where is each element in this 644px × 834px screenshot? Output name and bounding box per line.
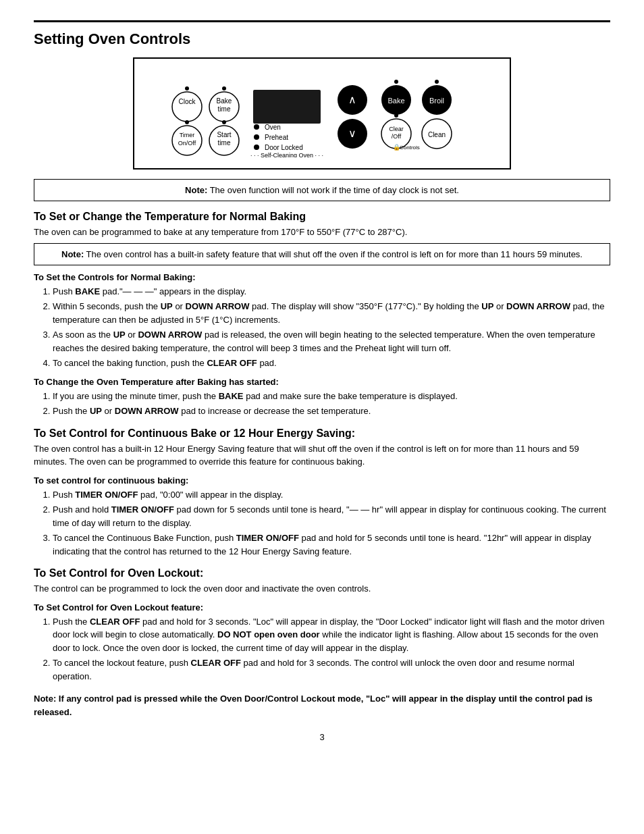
page-title: Setting Oven Controls — [34, 30, 610, 48]
top-rule — [34, 20, 610, 22]
note-label: Note: — [185, 185, 207, 195]
steps-normal-baking: Push BAKE pad."— — —" appears in the dis… — [53, 285, 610, 370]
svg-point-19 — [185, 120, 189, 124]
svg-point-15 — [435, 80, 439, 84]
svg-point-28 — [254, 145, 259, 150]
step-item: Push the CLEAR OFF pad and hold for 3 se… — [53, 615, 610, 655]
svg-point-6 — [222, 86, 226, 90]
svg-text:Bake: Bake — [217, 97, 232, 105]
svg-point-24 — [254, 124, 259, 130]
svg-text:Bake: Bake — [387, 97, 404, 105]
bottom-note: Note: If any control pad is pressed whil… — [34, 692, 610, 719]
sub-note-label: Note: — [61, 249, 84, 259]
sub-note-text: The oven control has a built-in safety f… — [84, 249, 583, 259]
svg-text:Clean: Clean — [428, 131, 446, 138]
svg-point-38 — [394, 113, 398, 118]
step-item: To cancel the baking function, push the … — [53, 357, 610, 370]
sub-heading-change-temp: To Change the Oven Temperature after Bak… — [34, 377, 610, 387]
svg-text:Start: Start — [217, 131, 231, 138]
svg-text:· · · Self-Cleaning Oven · · ·: · · · Self-Cleaning Oven · · · — [250, 152, 323, 157]
svg-text:Oven: Oven — [265, 124, 281, 131]
svg-point-26 — [254, 134, 259, 140]
step-item: To cancel the lockout feature, push CLEA… — [53, 656, 610, 683]
svg-text:∨: ∨ — [348, 128, 356, 139]
svg-text:Preheat: Preheat — [265, 134, 288, 141]
section1-heading: To Set or Change the Temperature for Nor… — [34, 211, 610, 223]
steps-lockout: Push the CLEAR OFF pad and hold for 3 se… — [53, 615, 610, 683]
svg-point-0 — [172, 92, 202, 122]
step-item: Push the UP or DOWN ARROW pad to increas… — [53, 405, 610, 418]
svg-text:Door Locked: Door Locked — [265, 144, 303, 151]
sub-heading-normal-baking: To Set the Controls for Normal Baking: — [34, 272, 610, 282]
step-item: Within 5 seconds, push the UP or DOWN AR… — [53, 300, 610, 326]
top-note-box: Note: The oven function will not work if… — [34, 179, 610, 201]
steps-continuous: Push TIMER ON/OFF pad, "0:00" will appea… — [53, 488, 610, 558]
svg-text:Clear: Clear — [389, 126, 404, 132]
svg-point-2 — [185, 86, 189, 90]
section2-intro: The oven control has a built-in 12 Hour … — [34, 442, 610, 469]
step-item: Push BAKE pad."— — —" appears in the dis… — [53, 285, 610, 298]
section2-heading: To Set Control for Continuous Bake or 12… — [34, 427, 610, 440]
section3-heading: To Set Control for Oven Lockout: — [34, 567, 610, 579]
step-item: As soon as the UP or DOWN ARROW pad is r… — [53, 328, 610, 355]
svg-text:Clock: Clock — [178, 98, 196, 105]
svg-text:time: time — [218, 139, 231, 147]
svg-text:On/Off: On/Off — [178, 140, 196, 147]
steps-change-temp: If you are using the minute timer, push … — [53, 390, 610, 418]
page-number: 3 — [34, 732, 610, 742]
svg-text:Timer: Timer — [180, 132, 195, 138]
section3-intro: The control can be programmed to lock th… — [34, 582, 610, 596]
sub-heading-lockout: To Set Control for Oven Lockout feature: — [34, 602, 610, 613]
svg-text:time: time — [218, 105, 231, 113]
note-text: The oven function will not work if the t… — [207, 185, 459, 195]
svg-rect-7 — [253, 90, 321, 124]
svg-text:Broil: Broil — [429, 97, 444, 105]
svg-point-23 — [222, 120, 226, 124]
oven-diagram-svg: Clock Bake time ∧ Bake Broil Timer On/Of… — [153, 70, 491, 157]
sub-note-box: Note: The oven control has a built-in sa… — [34, 243, 610, 265]
step-item: Push and hold TIMER ON/OFF pad down for … — [53, 503, 610, 529]
svg-text:∧: ∧ — [348, 94, 356, 105]
svg-point-12 — [394, 80, 398, 84]
step-item: To cancel the Continuous Bake Function, … — [53, 531, 610, 558]
svg-text:/Off: /Off — [392, 133, 402, 140]
svg-text:Controls: Controls — [400, 145, 420, 151]
step-item: Push TIMER ON/OFF pad, "0:00" will appea… — [53, 488, 610, 502]
section1-intro: The oven can be programmed to bake at an… — [34, 226, 610, 239]
step-item: If you are using the minute timer, push … — [53, 390, 610, 403]
sub-heading-continuous: To set control for continuous baking: — [34, 475, 610, 486]
oven-diagram: Clock Bake time ∧ Bake Broil Timer On/Of… — [133, 57, 511, 170]
